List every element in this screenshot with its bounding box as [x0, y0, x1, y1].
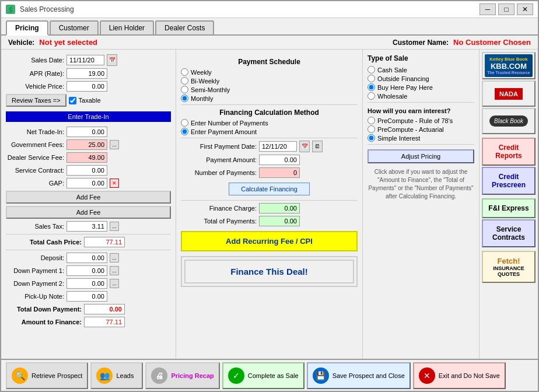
- tab-customer[interactable]: Customer: [50, 20, 99, 34]
- dealer-service-input[interactable]: [66, 152, 107, 163]
- tab-pricing[interactable]: Pricing: [6, 20, 48, 36]
- pricing-recap-icon: 🖨: [151, 368, 167, 384]
- save-prospect-button[interactable]: 💾 Save Prospect and Close: [307, 362, 411, 389]
- net-trade-input[interactable]: [66, 127, 107, 137]
- review-taxes-row: Review Taxes => Taxable: [6, 94, 171, 107]
- gap-input[interactable]: [66, 178, 107, 188]
- credit-prescreen-button[interactable]: Credit Prescreen: [482, 167, 536, 195]
- precompute-actuarial-label: PreCompute - Actuarial: [377, 126, 444, 133]
- service-contract-row: Service Contract:: [6, 165, 171, 176]
- minimize-button[interactable]: ─: [480, 4, 496, 15]
- blackbook-logo-button[interactable]: Black Book: [482, 108, 536, 134]
- tab-lien-holder[interactable]: Lien Holder: [100, 20, 154, 34]
- adjust-pricing-button[interactable]: Adjust Pricing: [368, 149, 474, 163]
- add-fee-button-1[interactable]: Add Fee: [6, 191, 171, 204]
- sales-date-calendar-button[interactable]: 📅: [107, 54, 117, 66]
- add-recurring-fee-button[interactable]: Add Recurring Fee / CPI: [181, 231, 358, 251]
- wholesale-label: Wholesale: [377, 93, 407, 100]
- sales-date-row: Sales Date: 📅: [6, 54, 171, 66]
- service-contracts-button[interactable]: Service Contracts: [482, 219, 536, 247]
- maximize-button[interactable]: □: [498, 4, 514, 15]
- payment-amount-label: Payment Amount:: [181, 156, 257, 163]
- semimonthly-radio-row: Semi-Monthly: [181, 86, 358, 93]
- down-payment-2-row: Down Payment 2: ...: [6, 278, 171, 289]
- window-controls: ─ □ ✕: [480, 4, 533, 15]
- close-button[interactable]: ✕: [517, 4, 533, 15]
- separator-1: [6, 234, 171, 235]
- exit-button[interactable]: ✕ Exit and Do Not Save: [413, 362, 506, 389]
- enter-num-payments-radio[interactable]: [181, 119, 188, 127]
- type-of-sale-title: Type of Sale: [368, 54, 474, 62]
- taxable-checkbox[interactable]: [69, 97, 76, 104]
- deposit-input[interactable]: [66, 253, 107, 263]
- enter-payment-amount-radio[interactable]: [181, 128, 188, 135]
- pricing-recap-button[interactable]: 🖨 Pricing Recap: [145, 362, 219, 389]
- govt-fees-label: Government Fees:: [6, 141, 64, 148]
- finance-this-deal-button[interactable]: Finance This Deal!: [184, 260, 354, 284]
- finance-charge-input[interactable]: [259, 203, 300, 214]
- down-payment-1-more-button[interactable]: ...: [110, 266, 119, 275]
- biweekly-radio[interactable]: [181, 77, 188, 85]
- payment-schedule-title: Payment Schedule: [181, 58, 358, 66]
- how-earn-title: How will you earn interest?: [368, 107, 474, 114]
- add-fee-button-2[interactable]: Add Fee: [6, 206, 171, 219]
- precompute-78-radio[interactable]: [368, 117, 375, 124]
- govt-fees-input[interactable]: [66, 139, 107, 150]
- monthly-radio[interactable]: [181, 94, 188, 102]
- exit-label: Exit and Do Not Save: [439, 372, 500, 379]
- service-contract-input[interactable]: [66, 165, 107, 176]
- down-payment-2-more-button[interactable]: ...: [110, 279, 119, 288]
- govt-fees-more-button[interactable]: ...: [110, 140, 119, 149]
- separator-2: [6, 250, 171, 250]
- sales-tax-input[interactable]: [66, 221, 107, 232]
- tab-dealer-costs[interactable]: Dealer Costs: [155, 20, 214, 34]
- fetch-insurance-button[interactable]: Fetch! INSURANCE QUOTES: [482, 251, 536, 283]
- gap-delete-button[interactable]: ✕: [110, 178, 119, 188]
- apr-input[interactable]: [66, 68, 107, 79]
- amount-finance-input[interactable]: [84, 317, 125, 327]
- buy-here-pay-here-radio[interactable]: [368, 83, 375, 91]
- precompute-78-label: PreCompute - Rule of 78's: [377, 117, 453, 124]
- enter-trade-in-button[interactable]: Enter Trade-In: [6, 111, 171, 122]
- total-payments-input[interactable]: [259, 216, 300, 226]
- weekly-radio[interactable]: [181, 68, 188, 76]
- retrieve-prospect-button[interactable]: 🔍 Retrieve Prospect: [6, 362, 88, 389]
- sales-date-input[interactable]: [66, 55, 104, 65]
- first-payment-input[interactable]: [259, 141, 297, 152]
- total-down-input[interactable]: [84, 304, 125, 314]
- pickup-note-input[interactable]: [66, 291, 107, 302]
- vehicle-price-input[interactable]: [66, 81, 107, 92]
- down-payment-1-input[interactable]: [66, 265, 107, 276]
- outside-financing-radio[interactable]: [368, 75, 375, 82]
- sales-tax-more-button[interactable]: ...: [110, 222, 119, 231]
- enter-payment-amount-row: Enter Payment Amount: [181, 128, 358, 135]
- kbb-logo-button[interactable]: Kelley Blue Book KBB.COM The Trusted Res…: [482, 52, 536, 79]
- deposit-more-button[interactable]: ...: [110, 253, 119, 262]
- nada-logo-button[interactable]: NADA: [482, 80, 536, 107]
- fni-express-button[interactable]: F&I Express: [482, 198, 536, 218]
- separator-m3: [181, 200, 358, 201]
- credit-reports-button[interactable]: Credit Reports: [482, 138, 536, 166]
- total-cash-input[interactable]: [84, 237, 125, 247]
- simple-interest-radio[interactable]: [368, 134, 375, 142]
- first-payment-calendar-button[interactable]: 📅: [299, 141, 310, 152]
- semimonthly-radio[interactable]: [181, 86, 188, 93]
- leads-label: Leads: [116, 372, 134, 379]
- blackbook-logo: Black Book: [489, 116, 528, 127]
- review-taxes-button[interactable]: Review Taxes =>: [6, 94, 66, 107]
- first-payment-calc-button[interactable]: 🗓: [312, 141, 323, 152]
- complete-as-sale-button[interactable]: ✓ Complete as Sale: [222, 362, 304, 389]
- type-of-sale-group: Cash Sale Outside Financing Buy Here Pay…: [368, 66, 474, 100]
- wholesale-radio[interactable]: [368, 92, 375, 100]
- net-trade-row: Net Trade-In:: [6, 127, 171, 137]
- num-payments-input[interactable]: [259, 167, 300, 178]
- leads-button[interactable]: 👥 Leads: [90, 362, 143, 389]
- cash-sale-radio[interactable]: [368, 66, 375, 74]
- cash-sale-label: Cash Sale: [377, 66, 407, 74]
- customer-label: Customer Name:: [393, 38, 449, 47]
- calculate-financing-button[interactable]: Calculate Financing: [229, 183, 310, 195]
- payment-amount-input[interactable]: [259, 155, 300, 165]
- vehicle-label: Vehicle:: [8, 38, 34, 47]
- down-payment-2-input[interactable]: [66, 278, 107, 289]
- precompute-actuarial-radio[interactable]: [368, 125, 375, 133]
